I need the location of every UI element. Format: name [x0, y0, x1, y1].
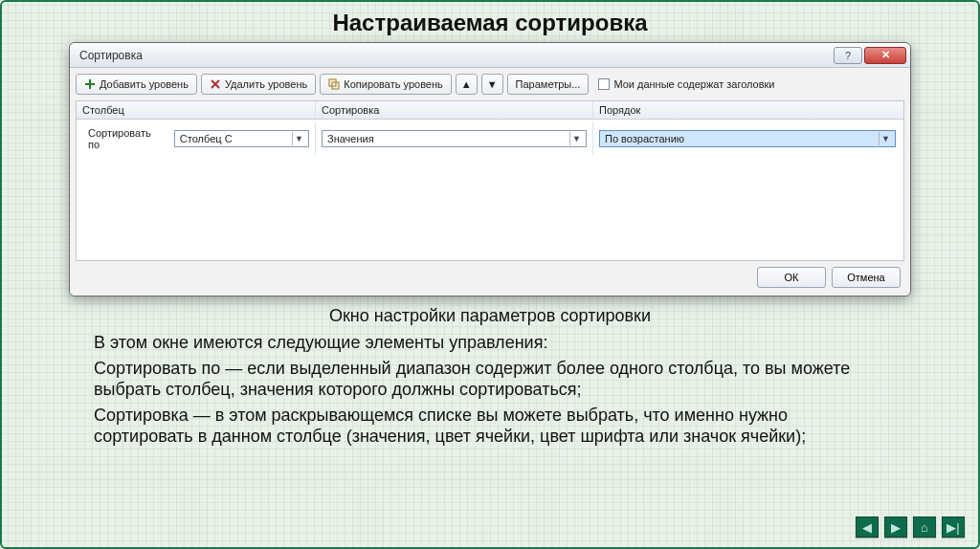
sort-grid: Столбец Сортировка Порядок Сортировать п…: [76, 100, 904, 261]
headers-checkbox-label: Мои данные содержат заголовки: [613, 78, 774, 90]
chevron-down-icon: ▼: [879, 132, 892, 145]
column-combobox-value: Столбец C: [180, 133, 233, 144]
options-label: Параметры...: [516, 78, 581, 90]
home-icon: ⌂: [921, 520, 928, 535]
sort-dialog: Сортировка ? ✕ Добавить уровень Удалить …: [69, 42, 911, 296]
copy-level-icon: [328, 78, 340, 90]
move-up-button[interactable]: ▲: [456, 74, 478, 95]
header-sort: Сортировка: [316, 101, 593, 119]
dialog-body: Добавить уровень Удалить уровень Копиров…: [70, 68, 910, 296]
add-level-label: Добавить уровень: [100, 78, 189, 90]
ok-button[interactable]: ОК: [757, 267, 826, 288]
paragraph: В этом окне имеются следующие элементы у…: [94, 332, 886, 354]
ok-label: ОК: [785, 272, 799, 283]
grid-header-row: Столбец Сортировка Порядок: [77, 101, 903, 120]
header-column: Столбец: [77, 101, 316, 119]
triangle-left-icon: ◀: [862, 520, 872, 535]
paragraph: Сортировать по — если выделенный диапазо…: [94, 358, 886, 401]
nav-end-button[interactable]: ▶|: [942, 516, 965, 538]
headers-checkbox[interactable]: Мои данные содержат заголовки: [598, 78, 774, 90]
close-button[interactable]: ✕: [864, 47, 906, 64]
chevron-up-icon: ▲: [461, 78, 472, 90]
delete-level-button[interactable]: Удалить уровень: [201, 74, 316, 95]
dialog-titlebar: Сортировка ? ✕: [70, 43, 910, 68]
sort-row-label: Сортировать по: [82, 125, 170, 152]
triangle-right-icon: ▶: [891, 520, 901, 535]
copy-level-label: Копировать уровень: [344, 78, 443, 90]
dialog-title-text: Сортировка: [79, 49, 143, 62]
sort-row: Сортировать по Столбец C ▼ Значения ▼ По…: [77, 120, 903, 158]
order-combobox[interactable]: По возрастанию ▼: [599, 130, 896, 147]
cancel-button[interactable]: Отмена: [832, 267, 901, 288]
column-combobox[interactable]: Столбец C ▼: [174, 130, 309, 147]
chevron-down-icon: ▼: [292, 132, 305, 145]
add-level-button[interactable]: Добавить уровень: [76, 74, 197, 95]
copy-level-button[interactable]: Копировать уровень: [320, 74, 452, 95]
paragraph: Сортировка — в этом раскрывающемся списк…: [94, 405, 886, 448]
nav-next-button[interactable]: ▶: [884, 516, 907, 538]
slide-nav: ◀ ▶ ⌂ ▶|: [856, 516, 965, 538]
screenshot-caption: Окно настройки параметров сортировки: [2, 306, 978, 326]
svg-rect-1: [85, 83, 95, 85]
order-combobox-value: По возрастанию: [605, 133, 684, 144]
header-order: Порядок: [593, 101, 903, 119]
delete-level-icon: [210, 78, 221, 90]
triangle-right-bar-icon: ▶|: [947, 520, 959, 535]
cancel-label: Отмена: [847, 272, 884, 283]
dialog-footer: ОК Отмена: [76, 261, 904, 290]
chevron-down-icon: ▼: [487, 78, 498, 90]
nav-prev-button[interactable]: ◀: [856, 516, 879, 538]
close-icon: ✕: [881, 49, 890, 61]
move-down-button[interactable]: ▼: [481, 74, 503, 95]
help-icon: ?: [845, 50, 851, 61]
delete-level-label: Удалить уровень: [225, 78, 307, 90]
sort-on-combobox-value: Значения: [327, 133, 374, 144]
help-button[interactable]: ?: [834, 47, 862, 64]
checkbox-box-icon: [598, 78, 610, 90]
chevron-down-icon: ▼: [569, 132, 583, 145]
add-level-icon: [84, 78, 96, 90]
options-button[interactable]: Параметры...: [507, 74, 590, 95]
sort-on-combobox[interactable]: Значения ▼: [322, 130, 587, 147]
toolbar: Добавить уровень Удалить уровень Копиров…: [76, 74, 904, 95]
slide-title: Настраиваемая сортировка: [2, 10, 978, 36]
nav-home-button[interactable]: ⌂: [913, 516, 936, 538]
